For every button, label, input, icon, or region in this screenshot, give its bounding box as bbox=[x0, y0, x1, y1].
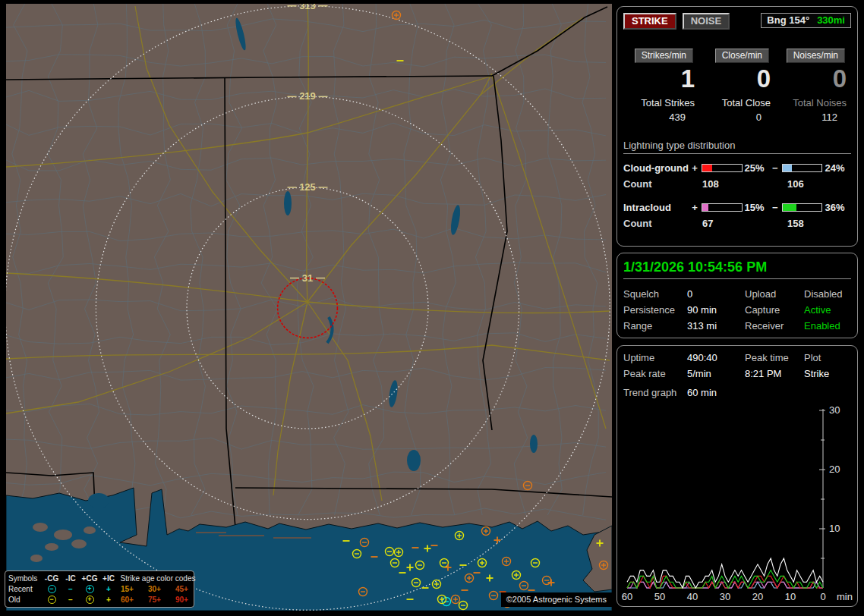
recent-cg-minus-icon: − bbox=[48, 585, 56, 593]
age-60: 60+ bbox=[118, 596, 145, 604]
old-ic-minus-icon: − bbox=[61, 596, 80, 604]
stats-panel: Uptime 490:40 Peak time Plot Peak rate 5… bbox=[616, 345, 858, 607]
trend-graph: 1020306050403020100min bbox=[621, 404, 855, 603]
peak-time-value: 8:21 PM bbox=[745, 368, 804, 379]
total-close-value: 0 bbox=[699, 112, 771, 123]
trend-graph-label: Trend graph bbox=[623, 387, 687, 398]
noise-indicator[interactable]: NOISE bbox=[683, 13, 730, 30]
ic-neg-count: 158 bbox=[787, 218, 804, 229]
uptime-value: 490:40 bbox=[687, 352, 745, 363]
lightning-map[interactable]: 31321912531 ©2005 Astrogenic Systems bbox=[6, 4, 612, 611]
svg-text:30: 30 bbox=[829, 404, 840, 416]
strikes-per-min-value: 1 bbox=[623, 66, 695, 93]
status-value-r1: 90 min bbox=[687, 304, 745, 316]
bearing-readout: Bng 154°330mi bbox=[761, 13, 851, 28]
svg-text:40: 40 bbox=[687, 591, 698, 602]
total-strikes-label: Total Strikes bbox=[623, 97, 695, 108]
nexstorm-window: 31321912531 ©2005 Astrogenic Systems Sym… bbox=[0, 0, 864, 616]
cg-pos-count: 108 bbox=[702, 178, 787, 190]
cg-pos-bar bbox=[702, 164, 743, 172]
status-value-r2: Enabled bbox=[804, 320, 851, 332]
trend-graph-value: 60 min bbox=[687, 387, 745, 398]
status-label-r2: Receiver bbox=[745, 320, 804, 332]
symbol-legend: Symbols -CG -IC +CG +IC Strike age color… bbox=[5, 570, 194, 608]
svg-text:60: 60 bbox=[622, 591, 632, 602]
svg-text:219: 219 bbox=[299, 90, 316, 102]
datetime-display: 1/31/2026 10:54:56 PM bbox=[623, 259, 851, 279]
status-label-r0: Squelch bbox=[623, 288, 687, 300]
recent-ic-minus-icon: − bbox=[61, 585, 80, 593]
legend-pic-header: +IC bbox=[99, 574, 118, 583]
status-value-r0: 0 bbox=[687, 288, 745, 300]
age-75: 75+ bbox=[145, 596, 172, 604]
counters-panel: STRIKE NOISE Bng 154°330mi Strikes/min 1… bbox=[616, 6, 858, 247]
old-ic-plus-icon: + bbox=[99, 596, 118, 604]
age-45: 45+ bbox=[172, 585, 198, 593]
cg-neg-pct: 24% bbox=[825, 162, 851, 174]
cg-neg-count: 106 bbox=[787, 178, 804, 190]
status-label-r1: Capture bbox=[745, 304, 804, 316]
status-value-r2: 313 mi bbox=[687, 320, 745, 332]
peak-rate-label: Peak rate bbox=[623, 368, 687, 379]
total-close-label: Total Close bbox=[699, 97, 771, 108]
svg-text:20: 20 bbox=[829, 464, 840, 475]
legend-symbols-header: Symbols bbox=[8, 574, 42, 583]
map-canvas[interactable]: 31321912531 bbox=[6, 4, 612, 611]
svg-text:30: 30 bbox=[720, 591, 730, 602]
ic-neg-pct: 36% bbox=[825, 202, 851, 213]
status-panel: 1/31/2026 10:54:56 PM Squelch0UploadDisa… bbox=[616, 253, 858, 338]
total-strikes-value: 439 bbox=[623, 112, 695, 123]
total-noises-label: Total Noises bbox=[775, 97, 847, 108]
plot-value: Strike bbox=[804, 368, 851, 379]
svg-text:0: 0 bbox=[820, 591, 825, 602]
cg-pos-pct: 25% bbox=[745, 162, 771, 174]
svg-text:min: min bbox=[837, 591, 853, 602]
svg-text:10: 10 bbox=[829, 523, 840, 534]
status-label-r0: Upload bbox=[745, 288, 804, 300]
legend-age-header: Strike age color codes bbox=[118, 574, 198, 583]
strike-indicator[interactable]: STRIKE bbox=[623, 13, 676, 30]
cloud-ground-label: Cloud-ground bbox=[623, 162, 690, 174]
noises-per-min-value: 0 bbox=[775, 66, 847, 93]
legend-pcg-header: +CG bbox=[80, 574, 99, 583]
age-15: 15+ bbox=[118, 585, 145, 593]
status-label-r2: Range bbox=[623, 320, 687, 332]
recent-cg-plus-icon: + bbox=[86, 585, 94, 593]
total-noises-value: 112 bbox=[775, 112, 847, 123]
uptime-label: Uptime bbox=[623, 352, 687, 363]
close-per-min-value: 0 bbox=[699, 66, 771, 93]
bearing-range: 330mi bbox=[817, 14, 845, 26]
legend-nic-header: -IC bbox=[61, 574, 80, 583]
age-90: 90+ bbox=[172, 596, 198, 604]
close-per-min-chip[interactable]: Close/min bbox=[715, 49, 769, 63]
peak-rate-value: 5/min bbox=[687, 368, 745, 379]
bearing-label: Bng 154° bbox=[767, 14, 809, 26]
ic-neg-bar bbox=[782, 203, 823, 212]
svg-text:50: 50 bbox=[654, 591, 665, 602]
noises-per-min-chip[interactable]: Noises/min bbox=[787, 49, 845, 63]
recent-ic-plus-icon: + bbox=[99, 585, 118, 593]
ic-pos-pct: 15% bbox=[745, 202, 771, 213]
plot-label: Plot bbox=[804, 352, 851, 363]
ic-pos-count: 67 bbox=[702, 218, 787, 229]
peak-time-label: Peak time bbox=[745, 352, 804, 363]
intracloud-label: Intracloud bbox=[623, 202, 690, 213]
status-value-r0: Disabled bbox=[804, 288, 851, 300]
distribution-title: Lightning type distribution bbox=[623, 140, 851, 154]
ic-pos-bar bbox=[702, 203, 743, 212]
status-value-r1: Active bbox=[804, 304, 851, 316]
svg-text:10: 10 bbox=[785, 591, 796, 602]
svg-text:31: 31 bbox=[302, 272, 313, 284]
status-label-r1: Persistence bbox=[623, 304, 687, 316]
old-cg-minus-icon: − bbox=[48, 596, 56, 604]
legend-recent-label: Recent bbox=[8, 585, 42, 593]
cg-neg-bar bbox=[782, 164, 823, 172]
legend-old-label: Old bbox=[8, 596, 42, 604]
svg-text:20: 20 bbox=[752, 591, 763, 602]
age-30: 30+ bbox=[145, 585, 172, 593]
strikes-per-min-chip[interactable]: Strikes/min bbox=[635, 49, 693, 63]
old-cg-plus-icon: + bbox=[86, 596, 94, 604]
svg-text:313: 313 bbox=[299, 4, 316, 11]
svg-text:125: 125 bbox=[299, 181, 316, 193]
legend-ncg-header: -CG bbox=[42, 574, 61, 583]
